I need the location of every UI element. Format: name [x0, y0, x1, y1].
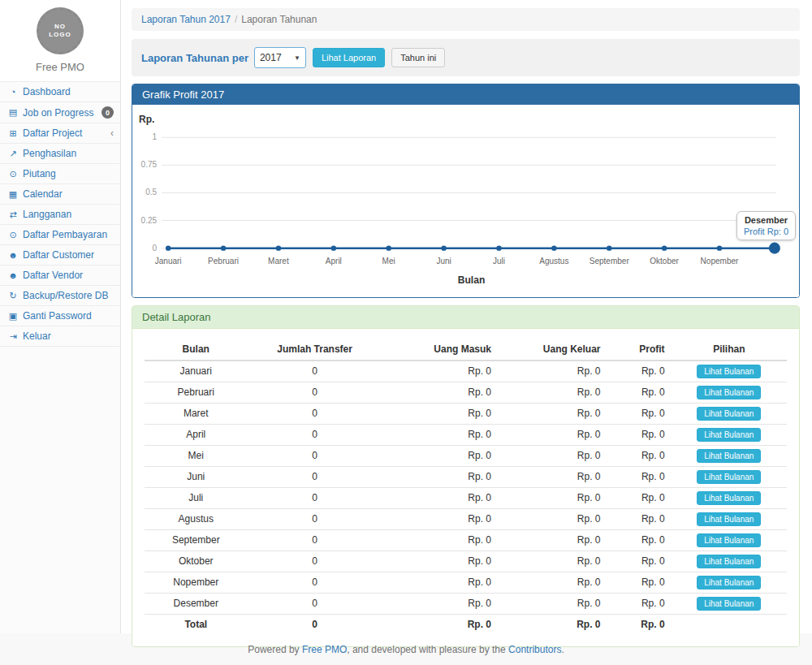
cell-jumlah-transfer: 0	[248, 529, 382, 551]
cell-bulan: Maret	[145, 403, 248, 424]
sidebar-item-keluar[interactable]: ⇥Keluar	[0, 326, 120, 347]
chart-point[interactable]	[331, 245, 336, 250]
cell-profit: Rp. 0	[607, 445, 672, 466]
sidebar-item-daftar-vendor[interactable]: ☻Daftar Vendor	[0, 266, 120, 286]
year-select[interactable]: 2017 ▼	[254, 47, 306, 68]
cell-uang-keluar: Rp. 0	[498, 593, 607, 614]
cell-uang-keluar: Rp. 0	[498, 529, 607, 551]
sidebar: NO LOGO Free PMO ◔Dashboard▤Job on Progr…	[0, 0, 121, 633]
sidebar-item-dashboard[interactable]: ◔Dashboard	[0, 82, 120, 102]
chart-point[interactable]	[441, 245, 446, 250]
chart-point[interactable]	[221, 245, 226, 250]
cell-jumlah-transfer: 0	[248, 551, 382, 572]
lihat-bulanan-button[interactable]: Lihat Bulanan	[697, 407, 761, 421]
no-logo-line1: NO	[49, 23, 71, 31]
tooltip-value: Profit Rp: 0	[744, 227, 788, 236]
lihat-bulanan-button[interactable]: Lihat Bulanan	[697, 386, 761, 399]
sidebar-item-calendar[interactable]: ▦Calendar	[0, 184, 120, 205]
x-tick-label: Januari	[155, 257, 182, 266]
lihat-bulanan-button[interactable]: Lihat Bulanan	[697, 428, 761, 442]
cell-uang-keluar: Rp. 0	[498, 487, 607, 508]
sidebar-item-ganti-password[interactable]: ▣Ganti Password	[0, 306, 120, 326]
cell-uang-keluar: Rp. 0	[498, 424, 607, 445]
cell-profit: Rp. 0	[607, 593, 672, 614]
sidebar-item-daftar-project[interactable]: ⊞Daftar Project‹	[0, 123, 120, 144]
sidebar-item-label: Daftar Project	[23, 127, 82, 139]
column-header-jumlah-transfer: Jumlah Transfer	[248, 339, 382, 361]
lihat-bulanan-button[interactable]: Lihat Bulanan	[697, 512, 761, 526]
y-tick-label: 0	[153, 244, 158, 253]
chart-point[interactable]	[386, 245, 391, 250]
detail-panel-body: BulanJumlah TransferUang MasukUang Kelua…	[132, 329, 799, 647]
lihat-bulanan-button[interactable]: Lihat Bulanan	[697, 533, 761, 547]
chart-point[interactable]	[769, 243, 780, 254]
x-tick-label: Nopember	[701, 257, 739, 266]
cell-uang-masuk: Rp. 0	[382, 572, 498, 593]
chevron-left-icon: ‹	[110, 128, 114, 138]
lihat-bulanan-button[interactable]: Lihat Bulanan	[697, 470, 761, 484]
money-icon: ⊙	[6, 169, 19, 179]
cell-bulan: Juli	[145, 487, 248, 508]
sidebar-item-label: Penghasilan	[23, 148, 76, 159]
cell-uang-masuk: Rp. 0	[382, 487, 498, 508]
chart-point[interactable]	[276, 245, 281, 250]
lihat-laporan-button[interactable]: Lihat Laporan	[313, 48, 385, 67]
breadcrumb-separator: /	[235, 14, 237, 25]
lihat-bulanan-button[interactable]: Lihat Bulanan	[697, 597, 761, 611]
sidebar-item-job-on-progress[interactable]: ▤Job on Progress0	[0, 102, 120, 123]
lihat-bulanan-button[interactable]: Lihat Bulanan	[697, 555, 761, 568]
cell-uang-keluar: Rp. 0	[498, 466, 607, 487]
lihat-bulanan-button[interactable]: Lihat Bulanan	[697, 491, 761, 505]
main-content: Laporan Tahun 2017/Laporan Tahunan Lapor…	[121, 0, 812, 633]
breadcrumb-link-laporan-tahun[interactable]: Laporan Tahun 2017	[141, 14, 231, 25]
breadcrumb-current: Laporan Tahunan	[241, 14, 317, 25]
x-tick-label: Oktober	[650, 257, 679, 266]
x-tick-label: Maret	[268, 257, 289, 266]
cell-jumlah-transfer: 0	[248, 403, 382, 424]
x-tick-label: April	[326, 257, 342, 266]
sidebar-item-penghasilan[interactable]: ↗Penghasilan	[0, 144, 120, 164]
contributors-link[interactable]: Contributors	[508, 644, 561, 655]
footer-text: .	[561, 644, 564, 655]
cell-uang-keluar: Rp. 0	[498, 361, 607, 382]
sign-out-icon: ⇥	[6, 331, 19, 342]
cell-profit: Rp. 0	[607, 529, 672, 551]
sidebar-item-langganan[interactable]: ⇄Langganan	[0, 205, 120, 225]
table-row: Mei0Rp. 0Rp. 0Rp. 0Lihat Bulanan	[145, 445, 787, 466]
app-window: NO LOGO Free PMO ◔Dashboard▤Job on Progr…	[0, 0, 812, 633]
chart-point[interactable]	[717, 245, 722, 250]
year-select-value: 2017	[260, 52, 282, 63]
lihat-bulanan-button[interactable]: Lihat Bulanan	[697, 449, 761, 463]
chart-panel-body: Rp.10.750.50.250JanuariPebruariMaretApri…	[132, 105, 799, 297]
lihat-bulanan-button[interactable]: Lihat Bulanan	[697, 365, 761, 378]
cell-pilihan: Lihat Bulanan	[672, 403, 787, 424]
cell-jumlah-transfer: 0	[248, 572, 382, 593]
chart-point[interactable]	[607, 245, 611, 250]
column-header-bulan: Bulan	[145, 339, 248, 361]
chart-point[interactable]	[496, 245, 501, 250]
sidebar-item-daftar-pembayaran[interactable]: ⊙Daftar Pembayaran	[0, 225, 120, 245]
total-pilihan-empty	[672, 614, 787, 633]
cell-uang-masuk: Rp. 0	[382, 508, 498, 529]
chart-point[interactable]	[662, 245, 667, 250]
lihat-bulanan-button[interactable]: Lihat Bulanan	[697, 576, 761, 589]
detail-laporan-panel: Detail Laporan BulanJumlah TransferUang …	[132, 305, 800, 648]
brand-name: Free PMO	[0, 61, 120, 73]
cell-uang-keluar: Rp. 0	[498, 445, 607, 466]
table-row: Juli0Rp. 0Rp. 0Rp. 0Lihat Bulanan	[145, 487, 787, 508]
no-logo-line2: LOGO	[49, 31, 71, 39]
cell-profit: Rp. 0	[607, 403, 672, 424]
chart-xlabel: Bulan	[458, 274, 485, 286]
tahun-ini-button[interactable]: Tahun ini	[391, 48, 445, 67]
sidebar-item-piutang[interactable]: ⊙Piutang	[0, 164, 120, 184]
money-icon: ⊙	[6, 230, 19, 240]
sidebar-item-backup-restore-db[interactable]: ↻Backup/Restore DB	[0, 286, 120, 306]
table-row: Desember0Rp. 0Rp. 0Rp. 0Lihat Bulanan	[145, 593, 787, 614]
sidebar-item-daftar-customer[interactable]: ☻Daftar Customer	[0, 245, 120, 266]
free-pmo-link[interactable]: Free PMO	[302, 644, 347, 655]
chart-point[interactable]	[166, 245, 171, 250]
cell-pilihan: Lihat Bulanan	[672, 424, 787, 445]
cell-profit: Rp. 0	[607, 424, 672, 445]
cell-profit: Rp. 0	[607, 551, 672, 572]
chart-point[interactable]	[551, 245, 556, 250]
